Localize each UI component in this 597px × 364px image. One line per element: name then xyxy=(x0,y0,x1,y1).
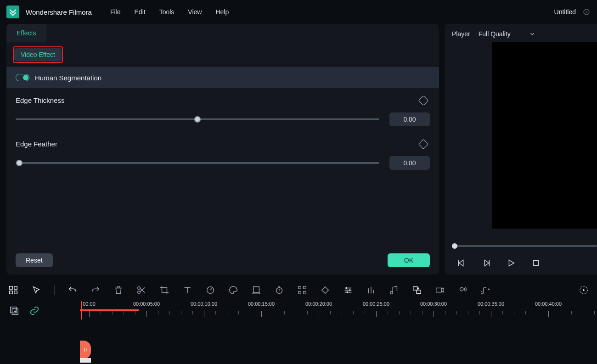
edge-thickness-slider[interactable] xyxy=(16,118,379,120)
timer-icon[interactable] xyxy=(274,285,284,295)
player-panel: Player Full Quality xyxy=(445,24,597,274)
svg-rect-5 xyxy=(14,286,17,289)
voiceover-icon[interactable] xyxy=(458,285,468,295)
redo-icon[interactable] xyxy=(90,285,101,295)
quality-dropdown[interactable]: Full Quality xyxy=(479,30,535,38)
chevron-down-icon xyxy=(529,31,535,37)
edge-feather-label: Edge Feather xyxy=(16,140,57,148)
ruler-label: 00:00:35:00 xyxy=(478,301,504,307)
stop-button[interactable] xyxy=(531,258,541,268)
ruler-label: 00:00:40:00 xyxy=(535,301,562,307)
edge-feather-keyframe-icon[interactable] xyxy=(418,139,429,149)
swap-icon[interactable] xyxy=(412,285,422,295)
svg-rect-21 xyxy=(11,307,17,313)
svg-rect-11 xyxy=(253,287,259,293)
music-icon[interactable] xyxy=(389,285,399,295)
ruler-label: 00:00:15:00 xyxy=(248,301,275,307)
title-bar: Wondershare Filmora File Edit Tools View… xyxy=(0,0,597,24)
edge-thickness-value[interactable]: 0.00 xyxy=(389,112,430,126)
ruler-label: 00:00:10:00 xyxy=(191,301,217,307)
link-icon[interactable] xyxy=(29,306,39,316)
greenscreen-icon[interactable] xyxy=(251,285,261,295)
svg-rect-7 xyxy=(14,291,17,294)
audio-sync-icon[interactable] xyxy=(481,285,491,295)
play-button[interactable] xyxy=(506,258,516,268)
svg-rect-3 xyxy=(534,261,539,266)
add-track-icon[interactable] xyxy=(9,306,19,316)
ruler-label: 00:00:05:00 xyxy=(133,301,160,307)
svg-rect-16 xyxy=(413,287,417,290)
record-icon[interactable] xyxy=(435,285,445,295)
tab-effects[interactable]: Effects xyxy=(6,24,46,42)
crop-icon[interactable] xyxy=(159,285,169,295)
human-segmentation-label: Human Segmentation xyxy=(35,74,101,82)
keyframe-icon[interactable] xyxy=(320,285,330,295)
ruler-label: 00:00:25:00 xyxy=(363,301,389,307)
scrubber-thumb[interactable] xyxy=(452,243,457,249)
edge-thickness-thumb[interactable] xyxy=(194,116,201,123)
edge-thickness-keyframe-icon[interactable] xyxy=(418,95,429,106)
human-segmentation-row: Human Segmentation xyxy=(6,67,439,88)
edge-feather-slider[interactable] xyxy=(16,162,379,164)
preview-scrubber[interactable] xyxy=(452,245,597,247)
timeline-ruler[interactable]: 00:0000:00:05:0000:00:10:0000:00:15:0000… xyxy=(80,301,597,364)
svg-point-14 xyxy=(349,289,351,291)
preview-canvas xyxy=(492,42,597,229)
svg-point-8 xyxy=(138,287,141,290)
split-icon[interactable] xyxy=(136,285,146,295)
clip-handle-icon xyxy=(82,347,89,353)
playhead[interactable] xyxy=(81,301,82,319)
effects-panel: Effects Video Effect Human Segmentation … xyxy=(6,24,439,274)
edge-feather-thumb[interactable] xyxy=(16,160,23,166)
edge-thickness-label: Edge Thickness xyxy=(16,96,64,104)
timeline-clip[interactable] xyxy=(80,341,91,359)
menu-edit[interactable]: Edit xyxy=(135,8,146,16)
audio-mixer-icon[interactable] xyxy=(366,285,376,295)
svg-rect-17 xyxy=(417,290,421,293)
svg-point-13 xyxy=(346,287,348,289)
panel-tab-row: Effects xyxy=(6,24,439,42)
timeline-toolbar xyxy=(0,279,597,301)
speed-icon[interactable] xyxy=(205,285,215,295)
menu-tools[interactable]: Tools xyxy=(159,8,175,16)
svg-point-9 xyxy=(138,291,141,294)
app-name: Wondershare Filmora xyxy=(26,8,92,16)
svg-rect-4 xyxy=(10,286,12,289)
render-icon[interactable] xyxy=(579,285,589,295)
ruler-label: 00:00:20:00 xyxy=(305,301,332,307)
adjust-icon[interactable] xyxy=(343,285,353,295)
prev-frame-button[interactable] xyxy=(456,258,467,268)
document-title: Untitled xyxy=(554,8,576,16)
main-menu: File Edit Tools View Help xyxy=(110,8,229,16)
ok-button[interactable]: OK xyxy=(388,253,430,267)
menu-help[interactable]: Help xyxy=(215,8,229,16)
quality-value: Full Quality xyxy=(479,30,511,38)
subtab-video-effect[interactable]: Video Effect xyxy=(14,48,62,62)
app-logo xyxy=(6,6,19,18)
sync-icon[interactable] xyxy=(582,8,591,16)
play-range-indicator xyxy=(80,309,139,311)
human-segmentation-toggle[interactable] xyxy=(16,74,29,81)
svg-rect-18 xyxy=(436,288,442,292)
cursor-icon[interactable] xyxy=(31,285,41,295)
text-icon[interactable] xyxy=(182,285,192,295)
undo-icon[interactable] xyxy=(68,285,78,295)
svg-point-19 xyxy=(460,288,463,291)
separator xyxy=(54,285,55,295)
svg-point-15 xyxy=(346,291,348,293)
edge-feather-value[interactable]: 0.00 xyxy=(389,156,430,170)
color-icon[interactable] xyxy=(228,285,238,295)
next-frame-button[interactable] xyxy=(481,258,491,268)
svg-rect-6 xyxy=(10,291,12,294)
menu-file[interactable]: File xyxy=(110,8,121,16)
ruler-label: 00:00:30:00 xyxy=(420,301,447,307)
snapshot-icon[interactable] xyxy=(297,285,307,295)
delete-icon[interactable] xyxy=(113,285,124,295)
highlight-video-effect: Video Effect xyxy=(13,46,63,63)
timeline: 00:0000:00:05:0000:00:10:0000:00:15:0000… xyxy=(0,301,597,364)
edge-feather-block: Edge Feather 0.00 xyxy=(16,140,430,170)
menu-view[interactable]: View xyxy=(188,8,202,16)
reset-button[interactable]: Reset xyxy=(16,253,53,267)
layout-icon[interactable] xyxy=(8,285,18,295)
player-label: Player xyxy=(452,30,470,38)
